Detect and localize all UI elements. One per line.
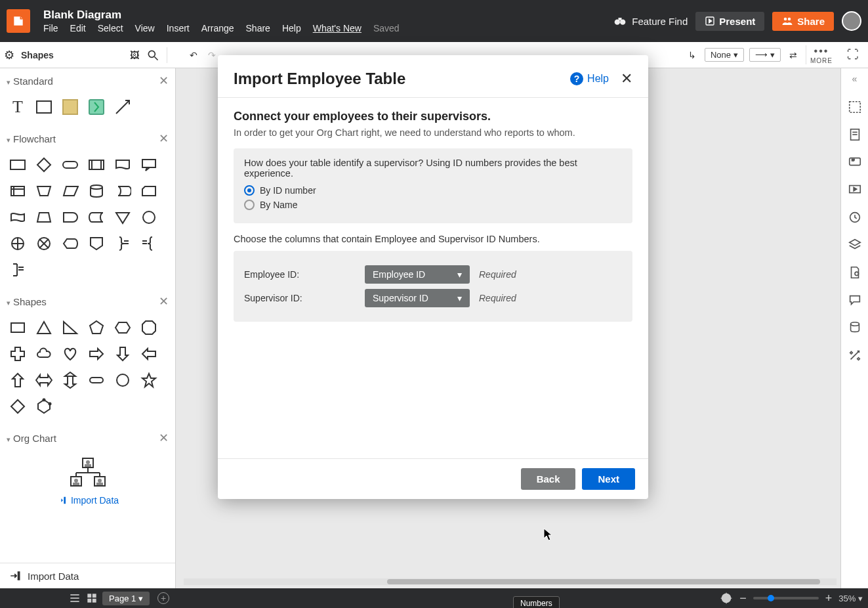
- section-standard-head[interactable]: Standard ✕: [0, 68, 175, 93]
- redo-icon[interactable]: ↷: [205, 48, 219, 62]
- or-shape[interactable]: [7, 232, 29, 255]
- close-icon[interactable]: ✕: [159, 294, 169, 309]
- horizontal-scrollbar[interactable]: [184, 578, 837, 585]
- fullscreen-icon[interactable]: ⛶: [842, 48, 864, 62]
- doc-title[interactable]: Blank Diagram: [43, 9, 613, 22]
- sum-shape[interactable]: [33, 232, 55, 255]
- share-button[interactable]: Share: [772, 12, 834, 31]
- search-icon[interactable]: [146, 48, 160, 62]
- magic-icon[interactable]: [848, 348, 862, 362]
- shapes-button[interactable]: Shapes: [21, 50, 54, 60]
- connector-shape[interactable]: [138, 206, 160, 228]
- terminator-shape[interactable]: [59, 154, 81, 176]
- select-icon[interactable]: [848, 100, 862, 114]
- layers-icon[interactable]: [848, 238, 862, 252]
- present-button[interactable]: Present: [695, 12, 764, 31]
- arrow-down-shape[interactable]: [112, 343, 134, 365]
- cloud-shape[interactable]: [33, 343, 55, 365]
- star-shape[interactable]: [138, 369, 160, 391]
- import-data-link[interactable]: Import Data: [0, 492, 175, 512]
- rectangle-shape[interactable]: [7, 316, 29, 339]
- card-shape[interactable]: [138, 180, 160, 202]
- io-shape[interactable]: [59, 180, 81, 202]
- text-shape[interactable]: T: [7, 96, 29, 118]
- offpage-shape[interactable]: [85, 232, 108, 255]
- direct-data-shape[interactable]: [112, 180, 134, 202]
- pentagon-shape[interactable]: [85, 316, 108, 339]
- undo-icon[interactable]: ↶: [186, 48, 201, 62]
- employee-id-select[interactable]: Employee ID ▾: [365, 265, 470, 284]
- close-icon[interactable]: ✕: [621, 70, 632, 87]
- target-icon[interactable]: [720, 592, 733, 605]
- predefined-shape[interactable]: [85, 154, 108, 176]
- gear-icon[interactable]: ⚙: [4, 48, 14, 62]
- radio-by-name[interactable]: By Name: [244, 200, 622, 210]
- line-tool-icon[interactable]: ↳: [685, 48, 699, 62]
- display-shape[interactable]: [59, 232, 81, 255]
- close-icon[interactable]: ✕: [159, 131, 169, 146]
- arrow-shape[interactable]: [112, 96, 134, 118]
- menu-share[interactable]: Share: [246, 23, 270, 33]
- merge-shape[interactable]: [112, 206, 134, 228]
- arrow-left-shape[interactable]: [138, 343, 160, 365]
- page-settings-icon[interactable]: [848, 127, 862, 142]
- next-button[interactable]: Next: [582, 468, 635, 490]
- zoom-slider[interactable]: [753, 597, 819, 599]
- polygon-shape[interactable]: [33, 395, 55, 418]
- tape-shape[interactable]: [7, 206, 29, 228]
- menu-insert[interactable]: Insert: [167, 23, 190, 33]
- triangle-shape[interactable]: [33, 316, 55, 339]
- manual-op-shape[interactable]: [33, 180, 55, 202]
- annotation-shape[interactable]: [7, 259, 29, 281]
- menu-view[interactable]: View: [135, 23, 155, 33]
- close-icon[interactable]: ✕: [159, 74, 169, 88]
- swap-icon[interactable]: ⇄: [786, 48, 800, 62]
- section-orgchart-head[interactable]: Org Chart ✕: [0, 425, 175, 450]
- note-shape[interactable]: [59, 96, 81, 118]
- grid-view-icon[interactable]: [85, 592, 98, 605]
- section-shapes-head[interactable]: Shapes ✕: [0, 289, 175, 314]
- cross-shape[interactable]: [7, 343, 29, 365]
- pill-shape[interactable]: [85, 369, 108, 391]
- import-data-footer[interactable]: Import Data: [0, 563, 175, 588]
- database-shape[interactable]: [85, 180, 108, 202]
- internal-storage-shape[interactable]: [7, 180, 29, 202]
- hexagon-shape[interactable]: [112, 316, 134, 339]
- user-avatar[interactable]: [842, 11, 861, 31]
- help-link[interactable]: ? Help: [570, 72, 609, 85]
- menu-edit[interactable]: Edit: [70, 23, 86, 33]
- data-icon[interactable]: [848, 320, 862, 335]
- history-icon[interactable]: [848, 210, 862, 225]
- trapezoid-shape[interactable]: [33, 206, 55, 228]
- radio-by-id[interactable]: By ID number: [244, 185, 622, 196]
- line-style-select[interactable]: None ▾: [705, 48, 744, 62]
- brace-left-shape[interactable]: [138, 232, 160, 255]
- image-icon[interactable]: 🖼: [127, 48, 142, 62]
- more-button[interactable]: ••• MORE: [806, 45, 837, 64]
- back-button[interactable]: Back: [521, 468, 576, 490]
- arrow-style-select[interactable]: ⟶ ▾: [749, 48, 781, 62]
- zoom-in-button[interactable]: +: [825, 592, 833, 605]
- arrow-right-shape[interactable]: [85, 343, 108, 365]
- stored-data-shape[interactable]: [85, 206, 108, 228]
- menu-file[interactable]: File: [43, 23, 58, 33]
- document-icon[interactable]: [848, 265, 862, 280]
- add-page-button[interactable]: +: [157, 592, 169, 604]
- right-triangle-shape[interactable]: [59, 316, 81, 339]
- list-view-icon[interactable]: [68, 592, 81, 605]
- callout-shape[interactable]: [138, 154, 160, 176]
- feature-find[interactable]: Feature Find: [613, 14, 688, 28]
- close-icon[interactable]: ✕: [159, 431, 169, 445]
- page-tab[interactable]: Page 1 ▾: [102, 592, 150, 605]
- menu-select[interactable]: Select: [98, 23, 123, 33]
- process-shape[interactable]: [7, 154, 29, 176]
- decision-shape[interactable]: [33, 154, 55, 176]
- document-shape[interactable]: [112, 154, 134, 176]
- rect-shape[interactable]: [33, 96, 55, 118]
- zoom-out-button[interactable]: −: [739, 592, 747, 605]
- supervisor-id-select[interactable]: Supervisor ID ▾: [365, 289, 470, 307]
- menu-whats-new[interactable]: What's New: [313, 23, 362, 33]
- delay-shape[interactable]: [59, 206, 81, 228]
- chat-icon[interactable]: [848, 293, 862, 307]
- brace-right-shape[interactable]: [112, 232, 134, 255]
